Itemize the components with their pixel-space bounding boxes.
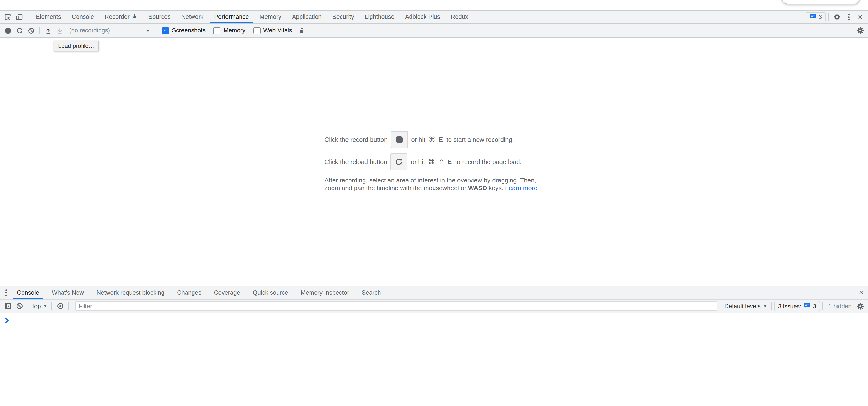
tab-label: Recorder: [104, 13, 130, 20]
log-levels-select[interactable]: Default levels ▼: [722, 303, 769, 309]
drawer-tab-memory-inspector[interactable]: Memory Inspector: [297, 286, 353, 299]
tips-paragraph: After recording, select an area of inter…: [324, 176, 544, 192]
drawer-tab-changes[interactable]: Changes: [173, 286, 205, 299]
console-toolbar: top ▼ Default levels ▼ 3 Issues: 3 1 hid…: [0, 300, 868, 313]
inspect-element-icon[interactable]: [2, 11, 13, 23]
performance-panel-body: Click the record button or hit ⌘ E to st…: [0, 38, 868, 285]
reload-instruction-pre: Click the reload button: [324, 158, 387, 165]
checkbox-label: Web Vitals: [263, 27, 292, 34]
console-prompt[interactable]: [0, 313, 868, 325]
divider: [68, 302, 69, 310]
tab-lighthouse[interactable]: Lighthouse: [361, 11, 399, 23]
tab-label: Memory Inspector: [301, 289, 349, 296]
levels-value: Default levels: [724, 303, 761, 309]
tab-sources[interactable]: Sources: [144, 11, 175, 23]
tab-label: Lighthouse: [365, 13, 394, 20]
tab-label: Console: [17, 289, 39, 296]
empty-state: Click the record button or hit ⌘ E to st…: [324, 131, 544, 192]
record-icon[interactable]: [2, 25, 13, 36]
record-demo-button[interactable]: [391, 131, 408, 148]
trash-icon[interactable]: [296, 25, 308, 36]
tab-redux[interactable]: Redux: [446, 11, 472, 23]
tab-label: Security: [332, 13, 354, 20]
context-value: top: [32, 303, 41, 309]
reload-and-record-icon[interactable]: [13, 25, 25, 36]
tab-label: Console: [72, 13, 94, 20]
issues-label: 3 Issues:: [778, 303, 801, 309]
save-profile-icon[interactable]: [54, 25, 65, 36]
console-issues-button[interactable]: 3 Issues: 3: [774, 301, 820, 311]
drawer-tab-network-request-blocking[interactable]: Network request blocking: [93, 286, 168, 299]
tab-application[interactable]: Application: [288, 11, 326, 23]
chevron-down-icon: ▼: [146, 29, 150, 32]
tab-label: What's New: [52, 289, 84, 296]
chevron-down-icon: ▼: [763, 304, 767, 308]
drawer-overflow-menu-icon[interactable]: [1, 287, 11, 298]
tab-label: Search: [362, 289, 381, 296]
console-filter-input[interactable]: [75, 302, 718, 311]
divider: [155, 27, 155, 34]
reload-icon: [395, 158, 403, 166]
divider: [771, 302, 772, 310]
cmd-key-glyph: ⌘: [429, 135, 435, 143]
e-key-glyph: E: [447, 158, 452, 165]
devtools-window: Elements Console Recorder Sources Networ…: [0, 0, 868, 406]
screenshots-checkbox[interactable]: ✓ Screenshots: [162, 27, 206, 34]
memory-checkbox[interactable]: Memory: [213, 27, 245, 34]
drawer-tab-quick-source[interactable]: Quick source: [249, 286, 292, 299]
divider: [828, 13, 829, 21]
or-hit-text: or hit: [411, 158, 425, 165]
drawer-tab-console[interactable]: Console: [13, 286, 43, 299]
tab-recorder[interactable]: Recorder: [100, 11, 142, 23]
web-vitals-checkbox[interactable]: Web Vitals: [253, 27, 292, 34]
drawer-tab-coverage[interactable]: Coverage: [210, 286, 244, 299]
load-profile-icon[interactable]: [42, 25, 54, 36]
settings-gear-icon[interactable]: [831, 11, 843, 23]
tab-label: Network: [181, 13, 204, 20]
close-drawer-icon[interactable]: ✕: [856, 287, 867, 298]
recordings-select[interactable]: (no recordings) ▼: [65, 25, 153, 36]
hidden-messages-count: 1 hidden: [828, 303, 851, 309]
clear-icon[interactable]: [25, 25, 37, 36]
tab-adblock-plus[interactable]: Adblock Plus: [401, 11, 445, 23]
cmd-key-glyph: ⌘: [428, 158, 435, 166]
capture-settings-gear-icon[interactable]: [855, 25, 866, 36]
console-messages-area[interactable]: [0, 313, 868, 406]
console-sidebar-toggle-icon[interactable]: [2, 300, 13, 312]
tab-label: Quick source: [253, 289, 288, 296]
popup-remnant: [780, 0, 860, 4]
issues-counter-button[interactable]: 3: [806, 12, 826, 22]
drawer-tab-whats-new[interactable]: What's New: [48, 286, 88, 299]
javascript-context-select[interactable]: top ▼: [31, 303, 49, 309]
drawer-tab-search[interactable]: Search: [358, 286, 385, 299]
tab-console[interactable]: Console: [67, 11, 98, 23]
live-expression-eye-icon[interactable]: [55, 300, 66, 312]
device-toolbar-icon[interactable]: [13, 11, 25, 23]
clear-console-icon[interactable]: [13, 300, 25, 312]
tab-label: Application: [292, 13, 321, 20]
reload-demo-button[interactable]: [391, 153, 408, 170]
tab-elements[interactable]: Elements: [31, 11, 65, 23]
tab-network[interactable]: Network: [177, 11, 208, 23]
tab-memory[interactable]: Memory: [255, 11, 285, 23]
console-settings-gear-icon[interactable]: [855, 300, 866, 312]
load-profile-tooltip: Load profile…: [54, 41, 99, 51]
tips-line1: After recording, select an area of inter…: [324, 176, 536, 184]
console-prompt-chevron-icon: [5, 318, 9, 323]
learn-more-link[interactable]: Learn more: [505, 184, 537, 192]
or-hit-text: or hit: [411, 136, 425, 143]
tab-label: Elements: [36, 13, 61, 20]
issues-bubble-icon: [810, 13, 816, 21]
close-devtools-icon[interactable]: ✕: [855, 11, 866, 23]
wasd-keys-text: WASD: [468, 184, 487, 192]
shift-key-glyph: ⇧: [439, 158, 444, 166]
tab-performance[interactable]: Performance: [210, 11, 253, 23]
tab-security[interactable]: Security: [328, 11, 359, 23]
tips-line2-pre: zoom and pan the timeline with the mouse…: [324, 184, 466, 192]
divider: [52, 302, 52, 310]
top-strip: [0, 0, 868, 10]
tab-label: Memory: [259, 13, 281, 20]
overflow-menu-icon[interactable]: [843, 11, 855, 23]
tab-label: Performance: [214, 13, 249, 20]
main-tabbar: Elements Console Recorder Sources Networ…: [0, 10, 868, 24]
